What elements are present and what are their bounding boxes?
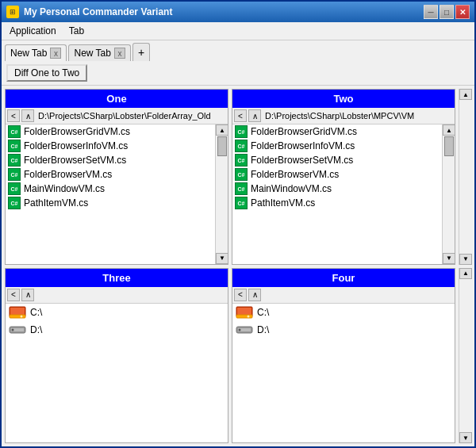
menu-application[interactable]: Application (5, 24, 61, 38)
tab-1-label: New Tab (10, 48, 47, 59)
outer-scrollbar[interactable]: ▲ ▼ (459, 89, 471, 265)
panel-three-content: C:\ D:\ (6, 304, 228, 443)
file-name: FolderBrowserVM.cs (24, 169, 112, 180)
panel-one-header: One (6, 90, 228, 108)
panel-four: Four < ∧ (232, 268, 455, 444)
panel-two-file-list: C# FolderBrowserGridVM.cs C# FolderBrows… (232, 124, 442, 210)
cs-file-icon: C# (235, 140, 248, 152)
panel-four-nav: < ∧ (232, 287, 455, 304)
title-bar: ⊞ My Personal Commander Variant ─ □ ✕ (2, 2, 474, 22)
list-item[interactable]: C# FolderBrowserVM.cs (6, 167, 215, 182)
panel-two-back[interactable]: < (234, 109, 247, 122)
scroll-down-btn[interactable]: ▼ (216, 253, 228, 264)
svg-point-13 (239, 328, 241, 331)
cs-file-icon: C# (235, 182, 248, 195)
panel-four-back[interactable]: < (234, 289, 247, 301)
list-item[interactable]: C# PathItemVM.cs (232, 196, 442, 210)
svg-point-10 (248, 315, 250, 317)
outer-scroll-track[interactable] (459, 100, 471, 254)
panel-four-up[interactable]: ∧ (248, 289, 261, 301)
panel-two-path: D:\Projects\CSharp\Lobster\MPCV\VM (263, 110, 453, 121)
panel-one-back[interactable]: < (7, 109, 20, 122)
tab-1-close[interactable]: x (50, 48, 61, 59)
outer-scroll-down[interactable]: ▼ (459, 432, 472, 443)
diff-button[interactable]: Diff One to Two (6, 64, 87, 82)
svg-rect-2 (10, 315, 25, 318)
list-item[interactable]: C# MainWindowVM.cs (232, 182, 442, 196)
drive-d-label: D:\ (30, 324, 42, 335)
scroll-track[interactable] (443, 136, 455, 253)
panel-one-file-list: C# FolderBrowserGridVM.cs C# FolderBrows… (6, 124, 215, 210)
list-item[interactable]: C:\ (232, 304, 455, 321)
outer-scroll-up[interactable]: ▲ (459, 89, 472, 100)
drive-c-label: C:\ (30, 307, 42, 318)
panel-four-content: C:\ D:\ (232, 304, 455, 443)
scroll-up-btn[interactable]: ▲ (216, 124, 228, 136)
list-item[interactable]: C# FolderBrowserGridVM.cs (6, 124, 215, 139)
cs-file-icon: C# (8, 125, 21, 138)
window-controls: ─ □ ✕ (424, 5, 470, 19)
add-tab-button[interactable]: + (132, 43, 150, 61)
file-name: FolderBrowserInfoVM.cs (24, 140, 128, 151)
list-item[interactable]: C# FolderBrowserInfoVM.cs (6, 139, 215, 153)
scroll-thumb[interactable] (217, 136, 227, 156)
panel-three-nav: < ∧ (6, 287, 228, 304)
panel-one-up[interactable]: ∧ (21, 109, 34, 122)
file-name: FolderBrowserGridVM.cs (24, 126, 130, 137)
panel-two-nav: < ∧ D:\Projects\CSharp\Lobster\MPCV\VM (232, 108, 455, 124)
title-bar-left: ⊞ My Personal Commander Variant (6, 6, 172, 18)
cs-file-icon: C# (235, 154, 248, 167)
panel-three-up[interactable]: ∧ (21, 289, 34, 301)
list-item[interactable]: C# FolderBrowserSetVM.cs (232, 153, 442, 167)
svg-point-6 (12, 328, 14, 331)
list-item[interactable]: C# FolderBrowserVM.cs (232, 167, 442, 182)
drive-d-icon (9, 323, 26, 337)
panel-two-scrollbar[interactable]: ▲ ▼ (442, 124, 455, 264)
menu-tab[interactable]: Tab (64, 24, 89, 38)
list-item[interactable]: C:\ (6, 304, 228, 321)
outer-scroll-up[interactable]: ▲ (459, 268, 472, 279)
top-panel-row: One < ∧ D:\Projects\CSharp\Lobster\Folde… (5, 89, 471, 265)
tab-2-close[interactable]: x (114, 48, 125, 59)
scroll-track[interactable] (216, 136, 228, 253)
scroll-up-btn[interactable]: ▲ (443, 124, 455, 136)
cs-file-icon: C# (235, 125, 248, 138)
outer-scroll-down[interactable]: ▼ (459, 254, 472, 265)
list-item[interactable]: C# FolderBrowserSetVM.cs (6, 153, 215, 167)
bottom-outer-scrollbar[interactable]: ▲ ▼ (459, 268, 471, 444)
list-item[interactable]: D:\ (232, 321, 455, 339)
svg-point-3 (21, 315, 23, 317)
panel-one-scrollbar[interactable]: ▲ ▼ (215, 124, 228, 264)
panel-one-nav: < ∧ D:\Projects\CSharp\Lobster\FolderArr… (6, 108, 228, 124)
tab-2[interactable]: New Tab x (68, 44, 130, 61)
outer-scroll-track[interactable] (459, 279, 471, 433)
maximize-button[interactable]: □ (440, 5, 454, 19)
list-item[interactable]: C# PathItemVM.cs (6, 196, 215, 210)
svg-rect-9 (236, 315, 252, 318)
file-name: FolderBrowserGridVM.cs (251, 126, 357, 137)
list-item[interactable]: C# MainWindowVM.cs (6, 182, 215, 196)
close-button[interactable]: ✕ (455, 5, 470, 19)
tab-1[interactable]: New Tab x (5, 44, 67, 61)
file-name: MainWindowVM.cs (24, 183, 105, 194)
tab-bar: New Tab x New Tab x + (2, 40, 474, 61)
list-item[interactable]: C# FolderBrowserGridVM.cs (232, 124, 442, 139)
list-item[interactable]: C# FolderBrowserInfoVM.cs (232, 139, 442, 153)
drive-c-icon (236, 305, 253, 320)
scroll-down-btn[interactable]: ▼ (443, 253, 455, 264)
file-name: PathItemVM.cs (24, 197, 88, 209)
drive-c-icon (9, 305, 26, 320)
panel-two-up[interactable]: ∧ (248, 109, 261, 122)
panel-two-content: C# FolderBrowserGridVM.cs C# FolderBrows… (232, 124, 455, 264)
drive-d-label: D:\ (257, 324, 269, 335)
bottom-panel-row: Three < ∧ (5, 268, 471, 444)
cs-file-icon: C# (8, 168, 21, 181)
panel-one-path: D:\Projects\CSharp\Lobster\FolderArray_O… (36, 110, 226, 121)
main-area: One < ∧ D:\Projects\CSharp\Lobster\Folde… (2, 86, 474, 446)
panel-three-back[interactable]: < (7, 289, 20, 301)
window-title: My Personal Commander Variant (24, 6, 172, 17)
minimize-button[interactable]: ─ (424, 5, 438, 19)
scroll-thumb[interactable] (444, 136, 454, 156)
panel-three-header: Three (6, 269, 228, 287)
list-item[interactable]: D:\ (6, 321, 228, 339)
